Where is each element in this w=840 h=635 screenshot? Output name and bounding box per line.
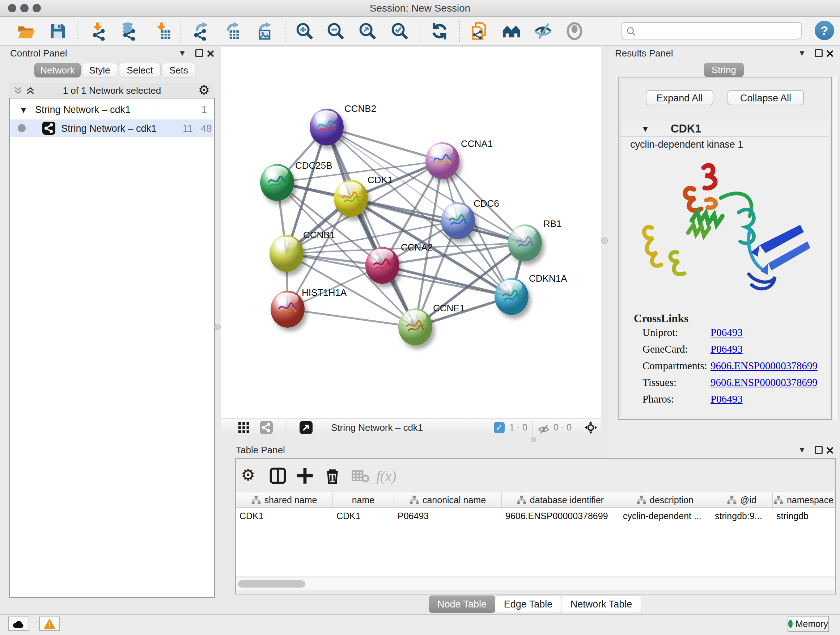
function-builder-icon[interactable]: f(x) [376, 468, 396, 486]
column-header-namespace[interactable]: namespace [773, 492, 835, 508]
protein-result-header[interactable]: ▼ CDK1 [620, 121, 829, 137]
network-collection-label[interactable]: String Network – cdk1 [35, 104, 131, 116]
export-table-icon[interactable] [222, 22, 240, 41]
results-panel-maximize-icon[interactable] [815, 49, 823, 57]
delete-column-icon[interactable] [323, 466, 342, 485]
zoom-fit-content-icon[interactable] [358, 22, 377, 41]
network-node-CDC6[interactable] [441, 203, 475, 239]
control-panel-close-icon[interactable] [206, 49, 215, 58]
tab-node-table[interactable]: Node Table [429, 595, 495, 613]
crosslink-link[interactable]: P06493 [711, 393, 743, 405]
table-panel-maximize-icon[interactable] [815, 446, 823, 454]
network-node-CDK1[interactable] [334, 180, 368, 217]
results-panel-close-icon[interactable] [826, 49, 834, 58]
warning-icon [43, 618, 56, 630]
table-row[interactable]: CDK1CDK1P064939606.ENSP00000378699cyclin… [236, 508, 835, 524]
hidden-items-eye-slash-icon[interactable] [538, 423, 550, 436]
detach-view-icon[interactable] [300, 421, 313, 434]
bottom-splitter-handle[interactable] [531, 437, 536, 442]
table-cell[interactable]: CDK1 [236, 508, 333, 524]
column-header-description[interactable]: description [619, 492, 711, 508]
warnings-button[interactable] [39, 616, 60, 631]
table-cell[interactable]: 9606.ENSP00000378699 [502, 508, 619, 524]
column-header-database-identifier[interactable]: database identifier [502, 492, 619, 508]
table-horizontal-scrollbar[interactable] [236, 577, 835, 590]
birdseye-crosshair-icon[interactable] [584, 421, 598, 434]
crosslink-link[interactable]: 9606.ENSP00000378699 [711, 377, 818, 388]
import-table-from-file-icon[interactable] [153, 22, 172, 41]
crosslink-link[interactable]: P06493 [711, 326, 743, 339]
zoom-selected-icon[interactable] [390, 22, 409, 41]
table-cell[interactable]: stringdb:9... [711, 508, 773, 524]
window-title: Session: New Session [0, 0, 840, 17]
control-panel-maximize-icon[interactable] [195, 49, 203, 57]
show-graphics-details-icon[interactable] [565, 22, 584, 41]
network-node-CDKN1A[interactable] [494, 278, 529, 315]
network-node-CCNB1[interactable] [270, 235, 303, 272]
crosslink-link[interactable]: P06493 [711, 343, 743, 355]
tab-string[interactable]: String [704, 63, 744, 77]
memory-button[interactable]: Memory [788, 616, 829, 632]
delete-table-icon[interactable] [351, 466, 370, 485]
export-image-icon[interactable] [254, 22, 273, 41]
table-panel-float-icon[interactable]: ▼ [798, 445, 806, 455]
grid-view-icon[interactable] [237, 421, 250, 434]
left-splitter-handle[interactable] [214, 324, 221, 330]
zoom-out-icon[interactable] [326, 22, 345, 41]
save-session-icon[interactable] [49, 22, 67, 41]
network-node-HIST1H1A[interactable] [271, 291, 305, 328]
table-panel-close-icon[interactable] [826, 446, 834, 455]
network-node-CDC25B[interactable] [260, 164, 294, 201]
column-header-shared-name[interactable]: shared name [236, 492, 333, 508]
hide-graphics-details-icon[interactable] [534, 22, 553, 41]
tab-style[interactable]: Style [82, 63, 117, 78]
results-scrollbar[interactable] [833, 77, 838, 420]
collapse-all-button[interactable]: Collapse All [728, 90, 804, 105]
first-neighbors-icon[interactable] [502, 22, 521, 41]
network-node-CCNA1[interactable] [425, 142, 459, 179]
network-item-label[interactable]: String Network – cdk1 [61, 123, 156, 134]
column-header-canonical-name[interactable]: canonical name [394, 492, 502, 508]
right-splitter-handle[interactable] [601, 238, 608, 244]
table-cell[interactable]: cyclin-dependent ... [619, 508, 711, 524]
cloud-button[interactable] [8, 616, 29, 631]
expand-all-button[interactable]: Expand All [646, 90, 714, 105]
table-cell[interactable]: CDK1 [333, 508, 394, 524]
results-panel-float-icon[interactable]: ▼ [798, 49, 806, 58]
tab-select[interactable]: Select [119, 63, 161, 78]
network-node-CCNB2[interactable] [309, 109, 344, 146]
network-options-gear-icon[interactable]: ⚙ [198, 82, 210, 98]
copy-network-icon[interactable] [470, 22, 488, 41]
tab-network[interactable]: Network [34, 63, 81, 78]
edge-HIST1H1A-CCNE1[interactable] [287, 309, 415, 327]
tab-sets[interactable]: Sets [162, 63, 195, 78]
tree-collapse-arrow-icon[interactable]: ▼ [19, 105, 28, 115]
search-input[interactable] [622, 22, 802, 40]
export-network-icon[interactable] [191, 22, 210, 41]
zoom-in-icon[interactable] [295, 22, 314, 41]
refresh-view-icon[interactable] [430, 22, 449, 41]
table-cell[interactable]: P06493 [394, 508, 502, 524]
tab-network-table[interactable]: Network Table [561, 595, 641, 613]
network-node-CCNA2[interactable] [365, 247, 399, 284]
control-panel-float-icon[interactable]: ▼ [178, 49, 186, 58]
network-canvas[interactable]: CCNB2 CCNA1 CDC25B CDK1 CDC6 RB1 CCNB1 C… [221, 47, 601, 418]
table-cell[interactable]: stringdb [773, 508, 835, 524]
network-share-view-icon[interactable] [260, 421, 273, 434]
import-network-from-file-icon[interactable] [89, 22, 108, 41]
column-header-name[interactable]: name [333, 492, 394, 508]
add-column-icon[interactable] [295, 466, 314, 485]
show-columns-icon[interactable] [268, 466, 287, 485]
tab-edge-table[interactable]: Edge Table [495, 595, 561, 613]
column-header--id[interactable]: @id [711, 492, 773, 508]
table-settings-gear-icon[interactable]: ⚙ [241, 466, 260, 485]
network-node-CCNE1[interactable] [398, 309, 432, 345]
help-button[interactable]: ? [815, 21, 834, 40]
network-node-RB1[interactable] [508, 225, 542, 261]
table-scrollbar-thumb[interactable] [238, 580, 305, 587]
import-network-from-database-icon[interactable] [120, 22, 139, 41]
open-session-icon[interactable] [17, 22, 35, 41]
protein-collapse-arrow-icon[interactable]: ▼ [641, 124, 650, 134]
crosslink-link[interactable]: 9606.ENSP00000378699 [711, 360, 818, 372]
selected-nodes-checkbox[interactable]: ✓ [494, 422, 505, 433]
